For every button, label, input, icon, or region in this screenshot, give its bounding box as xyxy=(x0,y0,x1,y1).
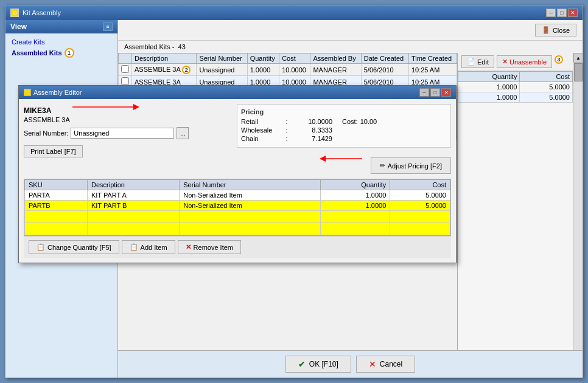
row-description: ASSEMBLE 3A 2 xyxy=(132,64,197,76)
empty-cell xyxy=(390,223,450,235)
dialog-bottom-buttons: 📋 Change Quantity [F5] 📋 Add Item ✕ Remo… xyxy=(24,236,451,258)
dialog-title-icon xyxy=(24,89,31,96)
adjust-pricing-label: Adjust Pricing [F2] xyxy=(388,162,442,170)
items-table-row[interactable] xyxy=(25,223,450,235)
right-panel: 📄 Edit ✕ Unassemble 3 xyxy=(457,53,573,378)
dialog-title-buttons: ─ □ ✕ xyxy=(419,88,451,97)
row-serial: Non-Serialized Item xyxy=(180,201,321,211)
retail-pricing-row: Retail : 10.0000 Cost: 10.00 xyxy=(241,118,447,125)
empty-cell xyxy=(180,223,321,235)
col-assembled-by: Assembled By xyxy=(310,53,361,64)
sidebar-item-create-kits[interactable]: Create Kits xyxy=(8,37,115,47)
kit-id: MIKE3A xyxy=(24,106,231,115)
remove-item-button[interactable]: ✕ Remove Item xyxy=(178,240,241,254)
col-quantity: Quantity xyxy=(321,180,390,190)
vertical-scrollbar[interactable]: ▲ ▼ xyxy=(573,53,583,378)
annotation-arrow-2 xyxy=(320,153,368,165)
remove-item-label: Remove Item xyxy=(194,244,233,251)
empty-cell xyxy=(25,223,88,235)
items-table-section: SKU Description Serial Number Quantity C… xyxy=(24,179,451,236)
scroll-up-arrow[interactable]: ▲ xyxy=(573,53,583,63)
serial-input[interactable] xyxy=(71,128,174,139)
create-kits-label: Create Kits xyxy=(12,38,44,46)
right-table-row[interactable]: 1.0000 5.0000 xyxy=(458,82,573,92)
col-sku: SKU xyxy=(25,180,88,190)
cancel-button[interactable]: ✕ Cancel xyxy=(356,356,415,373)
close-label: Close xyxy=(553,27,570,34)
serial-number-row: Serial Number: ... xyxy=(24,127,231,139)
maximize-button[interactable]: □ xyxy=(557,9,567,17)
add-item-button[interactable]: 📋 Add Item xyxy=(122,240,175,254)
assembly-editor-dialog: Assembly Editor ─ □ ✕ MIKE3A ASSEMBLE 3A xyxy=(18,85,457,263)
close-button[interactable]: 🚪 Close xyxy=(535,24,576,36)
kits-table-row[interactable]: ASSEMBLE 3A 2 Unassigned 1.0000 10.0000 … xyxy=(119,64,457,76)
dialog-right-pricing: Pricing Retail : 10.0000 Cost: 10.00 Who… xyxy=(237,104,451,174)
col-serial: Serial Number xyxy=(197,53,247,64)
dialog-minimize-button[interactable]: ─ xyxy=(419,88,429,97)
add-item-label: Add Item xyxy=(141,244,167,251)
ok-button[interactable]: ✔ OK [F10] xyxy=(285,356,351,373)
empty-cell xyxy=(321,211,390,223)
retail-value: 10.0000 xyxy=(290,118,332,125)
assembled-kits-count: 43 xyxy=(178,43,186,50)
assembled-kits-header-label: Assembled Kits - xyxy=(124,43,175,50)
unassemble-label: Unassemble xyxy=(509,58,547,66)
change-qty-label: Change Quantity [F5] xyxy=(47,244,111,251)
sidebar-item-assembled-kits[interactable]: Assembled Kits 1 xyxy=(8,47,115,59)
unassemble-button[interactable]: ✕ Unassemble xyxy=(497,55,552,68)
dialog-close-button[interactable]: ✕ xyxy=(441,88,451,97)
row-quantity: 1.0000 xyxy=(321,190,390,201)
items-table-row[interactable]: PARTB KIT PART B Non-Serialized Item 1.0… xyxy=(25,201,450,211)
col-cost: Cost xyxy=(279,53,310,64)
ok-label: OK [F10] xyxy=(309,360,338,368)
change-quantity-button[interactable]: 📋 Change Quantity [F5] xyxy=(29,240,119,254)
items-table-row[interactable]: PARTA KIT PART A Non-Serialized Item 1.0… xyxy=(25,190,450,201)
col-cost: Cost xyxy=(520,72,573,82)
assembled-kits-label: Assembled Kits xyxy=(12,49,62,57)
row-cost: 5.0000 xyxy=(520,82,573,92)
title-bar: ⚙ Kit Assembly ─ □ ✕ xyxy=(5,5,583,20)
row-cost: 5.0000 xyxy=(520,92,573,103)
right-table-row[interactable]: 1.0000 5.0000 xyxy=(458,92,573,103)
sidebar-items: Create Kits Assembled Kits 1 xyxy=(5,33,117,63)
retail-label: Retail xyxy=(241,118,284,125)
empty-cell xyxy=(180,211,321,223)
row-date: 5/06/2010 xyxy=(361,64,408,76)
row-serial: Non-Serialized Item xyxy=(180,190,321,201)
right-table: Quantity Cost 1.0000 5.0000 xyxy=(458,71,573,378)
items-table: SKU Description Serial Number Quantity C… xyxy=(24,179,450,235)
remove-icon: ✕ xyxy=(186,243,191,251)
minimize-button[interactable]: ─ xyxy=(546,9,556,17)
top-bar: 🚪 Close xyxy=(118,20,583,41)
row-description: KIT PART B xyxy=(87,201,179,211)
dialog-title-bar: Assembly Editor ─ □ ✕ xyxy=(19,86,456,99)
close-button[interactable]: ✕ xyxy=(568,9,578,17)
row-checkbox[interactable] xyxy=(121,65,129,73)
adjust-pricing-button[interactable]: ✏ Adjust Pricing [F2] xyxy=(371,157,451,174)
row-checkbox[interactable] xyxy=(121,77,129,85)
kits-table-header: Description Serial Number Quantity Cost … xyxy=(119,53,457,64)
serial-browse-button[interactable]: ... xyxy=(177,127,189,139)
add-item-icon: 📋 xyxy=(130,243,138,251)
row-time: 10:25 AM xyxy=(408,64,457,76)
edit-button[interactable]: 📄 Edit xyxy=(461,55,494,68)
wholesale-pricing-row: Wholesale : 8.3333 xyxy=(241,126,447,134)
dialog-maximize-button[interactable]: □ xyxy=(430,88,440,97)
col-time-created: Time Created xyxy=(408,53,457,64)
row-description: KIT PART A xyxy=(87,190,179,201)
items-table-row[interactable] xyxy=(25,211,450,223)
print-label-button[interactable]: Print Label [F7] xyxy=(24,145,83,157)
sidebar-collapse-button[interactable]: « xyxy=(103,22,113,31)
chain-pricing-row: Chain : 7.1429 xyxy=(241,135,447,142)
empty-cell xyxy=(25,211,88,223)
scroll-thumb[interactable] xyxy=(574,63,583,81)
col-cost: Cost xyxy=(390,180,450,190)
col-serial: Serial Number xyxy=(180,180,321,190)
dialog-content: MIKE3A ASSEMBLE 3A Serial Number: ... Pr… xyxy=(19,99,456,263)
right-panel-header: 📄 Edit ✕ Unassemble 3 xyxy=(458,53,573,71)
right-panel-badge: 3 xyxy=(555,55,563,64)
close-icon: 🚪 xyxy=(542,26,550,34)
col-description: Description xyxy=(87,180,179,190)
pencil-icon: ✏ xyxy=(380,162,385,170)
pricing-section: Pricing Retail : 10.0000 Cost: 10.00 Who… xyxy=(237,104,451,148)
